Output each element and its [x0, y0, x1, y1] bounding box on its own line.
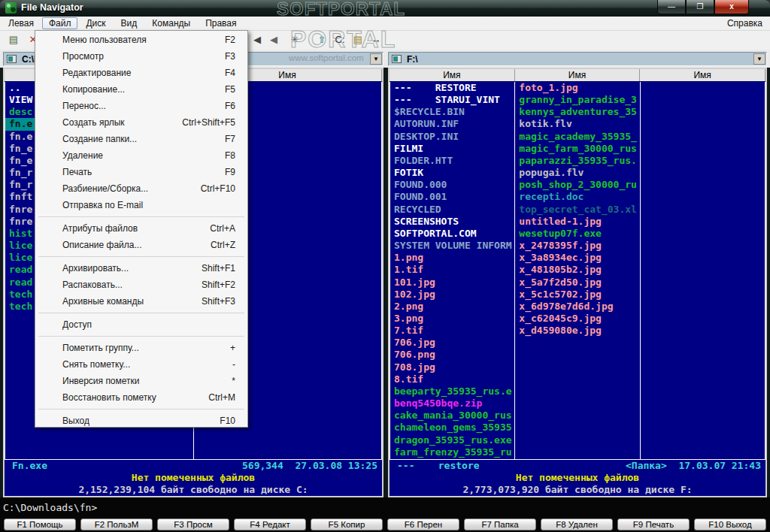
function-key-button[interactable]: F6 Перен — [387, 518, 459, 530]
back-history-icon[interactable]: ◀ — [266, 33, 281, 47]
menu-bar-item[interactable]: Диск — [79, 17, 112, 29]
file-row[interactable]: AUTORUN.INF — [390, 118, 514, 130]
folder-tree-icon[interactable]: ▤ — [350, 33, 365, 47]
swap-panels-icon[interactable]: ↔ — [368, 33, 383, 47]
file-row[interactable]: FOLDER.HTT — [390, 155, 514, 167]
file-row[interactable]: 1.tif — [390, 264, 514, 276]
menu-item[interactable]: Отправка по E-mail — [35, 197, 247, 213]
close-button[interactable]: x — [714, 0, 749, 14]
menu-item[interactable]: Создание папки... F7 — [35, 131, 247, 147]
file-row[interactable]: paparazzi_35935_rus. — [515, 155, 639, 167]
file-row[interactable]: 102.jpg — [390, 289, 514, 301]
file-row[interactable]: cake_mania_30000_rus — [390, 410, 514, 422]
menu-item[interactable]: Инверсия пометки * — [35, 373, 247, 389]
file-row[interactable]: granny_in_paradise_3 — [515, 94, 639, 106]
menu-item[interactable]: Просмотр F3 — [35, 48, 247, 65]
file-row[interactable]: x_6d978e7d6d.jpg — [515, 301, 639, 313]
menu-bar-item[interactable]: Правая — [199, 17, 243, 29]
up-dir-icon[interactable]: ⇧ — [314, 33, 329, 47]
menu-item[interactable]: Пометить группу... + — [35, 340, 247, 356]
menu-bar-item-help[interactable]: Справка — [727, 18, 762, 29]
file-row[interactable]: SCREENSHOTS — [390, 216, 514, 228]
function-key-button[interactable]: F4 Редакт — [234, 518, 306, 530]
menu-item[interactable]: Распаковать... Shift+F2 — [35, 277, 247, 293]
new-shortcut-icon[interactable]: ▤ — [6, 33, 21, 47]
command-line[interactable]: C:\Downloads\fn> — [3, 502, 97, 513]
menu-item[interactable]: Редактирование F4 — [35, 65, 247, 81]
file-row[interactable]: x_d459080e.jpg — [515, 325, 639, 337]
file-row[interactable]: untitled-1.jpg — [515, 216, 639, 228]
file-row[interactable]: 7.tif — [390, 325, 514, 337]
function-key-button[interactable]: F8 Удален — [541, 518, 613, 530]
menu-item[interactable]: Снять пометку... - — [35, 356, 247, 373]
file-row[interactable]: 101.jpg — [390, 277, 514, 289]
file-row[interactable]: beeparty_35935_rus.e — [390, 385, 514, 397]
left-drive-dropdown-icon[interactable]: ▼ — [370, 53, 382, 65]
file-row[interactable]: magic_academy_35935_ — [515, 131, 639, 143]
file-row[interactable]: foto_1.jpg — [515, 82, 639, 94]
minimize-button[interactable]: — — [657, 0, 686, 14]
menu-item[interactable]: Печать F9 — [35, 164, 247, 180]
file-row[interactable]: dragon_35935_rus.exe — [390, 434, 514, 446]
menu-item[interactable]: Создать ярлык Ctrl+Shift+F5 — [35, 114, 247, 131]
back-icon[interactable]: ◀ — [250, 33, 265, 47]
menu-item[interactable]: Выход F10 — [35, 413, 247, 429]
menu-bar-item[interactable]: Файл — [42, 17, 78, 29]
function-key-button[interactable]: F3 Просм — [157, 518, 229, 530]
file-row[interactable]: top_secret_cat_03.xl — [515, 204, 639, 216]
file-row[interactable]: kennys_adventures_35 — [515, 106, 639, 118]
menu-item[interactable]: Архивные команды Shift+F3 — [35, 293, 247, 310]
file-row[interactable]: x_5c1c5702.jpg — [515, 289, 639, 301]
file-row[interactable]: FOUND.001 — [390, 191, 514, 203]
file-row[interactable]: 706.jpg — [390, 337, 514, 349]
file-row[interactable]: --- RESTORE — [390, 82, 514, 94]
file-row[interactable]: x_5a7f2d50.jpg — [515, 277, 639, 289]
menu-item[interactable]: Удаление F8 — [35, 147, 247, 164]
menu-bar-item[interactable]: Команды — [145, 17, 197, 29]
file-row[interactable]: magic_farm_30000_rus — [515, 143, 639, 155]
file-row[interactable]: x_2478395f.jpg — [515, 240, 639, 252]
file-row[interactable]: SYSTEM VOLUME INFORM — [390, 240, 514, 252]
right-drive-dropdown-icon[interactable]: ▼ — [753, 53, 765, 65]
file-row[interactable]: 708.jpg — [390, 361, 514, 373]
menu-item[interactable]: Меню пользователя F2 — [35, 32, 247, 48]
menu-bar-item[interactable]: Левая — [2, 17, 41, 29]
file-row[interactable]: wesetup07f.exe — [515, 228, 639, 240]
drive-c-icon[interactable]: C: — [332, 33, 347, 47]
menu-item[interactable]: Архивировать... Shift+F1 — [35, 260, 247, 277]
function-key-button[interactable]: F2 ПользМ — [80, 518, 153, 530]
file-row[interactable]: RECYCLED — [390, 204, 514, 216]
file-row[interactable]: popugai.flv — [515, 167, 639, 179]
file-row[interactable]: --- STARUI_VINT — [390, 94, 514, 106]
function-key-button[interactable]: F10 Выход — [694, 518, 766, 530]
file-row[interactable]: farm_frenzy_35935_ru — [390, 446, 514, 458]
file-row[interactable]: SOFTPORTAL.COM — [390, 228, 514, 240]
function-key-button[interactable]: F7 Папка — [464, 518, 536, 530]
file-row[interactable]: DESKTOP.INI — [390, 131, 514, 143]
function-key-button[interactable]: F1 Помощь — [4, 518, 76, 530]
file-row[interactable]: x_c62045c9.jpg — [515, 313, 639, 325]
file-row[interactable]: FOUND.000 — [390, 179, 514, 191]
file-row[interactable]: 2.png — [390, 301, 514, 313]
file-row[interactable]: posh_shop_2_30000_ru — [515, 179, 639, 191]
file-row[interactable]: FOTIK — [390, 167, 514, 179]
restore-button[interactable]: ❐ — [686, 0, 714, 14]
file-row[interactable]: chameleon_gems_35935 — [390, 422, 514, 434]
function-key-button[interactable]: F5 Копир — [311, 518, 383, 530]
file-row[interactable]: 706.png — [390, 349, 514, 361]
menu-item[interactable]: Атрибуты файлов Ctrl+A — [35, 220, 247, 237]
file-row[interactable]: 1.png — [390, 252, 514, 264]
menu-item[interactable]: Перенос... F6 — [35, 98, 247, 114]
menu-item[interactable]: Копирование... F5 — [35, 81, 247, 98]
file-row[interactable]: 3.png — [390, 313, 514, 325]
menu-item[interactable]: Описание файла... Ctrl+Z — [35, 237, 247, 253]
file-row[interactable]: benq5450bqe.zip — [390, 397, 514, 410]
function-key-button[interactable]: F9 Печать — [617, 518, 690, 530]
file-row[interactable]: $RECYCLE.BIN — [390, 106, 514, 118]
menu-item[interactable]: Восстановить пометку Ctrl+M — [35, 389, 247, 406]
menu-item[interactable]: Доступ — [35, 316, 247, 333]
file-row[interactable]: recepti.doc — [515, 191, 639, 203]
right-drive-bar[interactable]: F:\ ▼ — [388, 52, 767, 66]
file-row[interactable]: x_481805b2.jpg — [515, 264, 639, 276]
refresh-icon[interactable]: ✳ — [287, 33, 302, 47]
